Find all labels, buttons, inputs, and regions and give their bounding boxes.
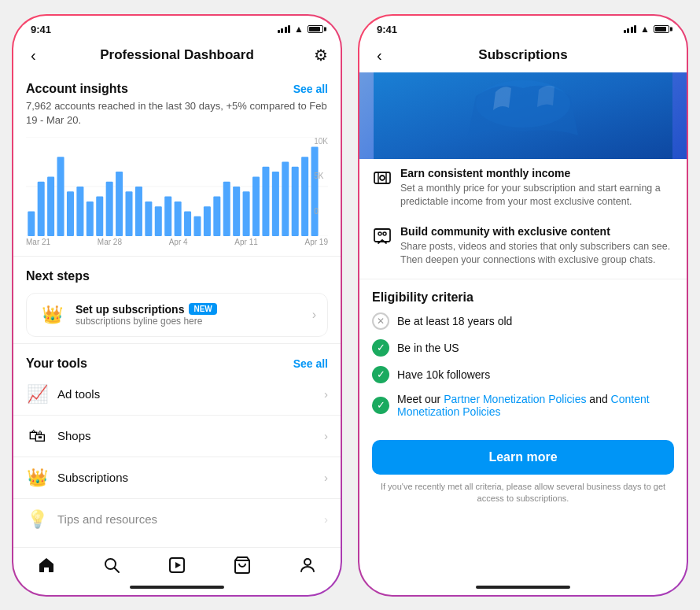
svg-rect-30	[292, 167, 299, 236]
chart-y-labels: 10K 5K 0	[314, 137, 328, 216]
svg-marker-36	[175, 562, 181, 568]
card-arrow-icon: ›	[312, 308, 316, 322]
tab-bar-left	[13, 547, 341, 579]
home-indicator-right	[359, 579, 687, 595]
criteria-us-text: Be in the US	[397, 342, 459, 354]
criteria-check-icon-policies: ✓	[372, 397, 389, 414]
next-steps-title: Next steps	[26, 269, 90, 283]
tab-profile[interactable]	[298, 556, 317, 575]
criteria-policies-text: Meet our Partner Monetization Policies a…	[397, 393, 674, 418]
eligibility-section: Eligibility criteria ✕ Be at least 18 ye…	[359, 283, 687, 431]
crown-icon: 👑	[38, 305, 66, 325]
svg-rect-11	[106, 182, 113, 236]
learn-more-section: Learn more If you've recently met all cr…	[359, 431, 687, 510]
svg-rect-25	[243, 191, 250, 236]
insights-subtext: 7,962 accounts reached in the last 30 da…	[13, 99, 341, 134]
criteria-followers: ✓ Have 10k followers	[372, 366, 674, 383]
community-icon	[372, 227, 392, 250]
svg-rect-19	[184, 211, 191, 236]
subscriptions-icon: 👑	[26, 468, 48, 488]
shops-label: Shops	[57, 429, 315, 442]
tab-search[interactable]	[102, 556, 121, 575]
shops-arrow: ›	[324, 429, 328, 442]
next-steps-header: Next steps	[13, 260, 341, 287]
svg-rect-16	[155, 206, 162, 236]
income-text: Earn consistent monthly income Set a mon…	[400, 167, 674, 209]
criteria-followers-text: Have 10k followers	[397, 368, 490, 381]
svg-rect-40	[374, 172, 390, 183]
tips-label: Tips and resources	[57, 512, 315, 526]
tool-item-subscriptions[interactable]: 👑 Subscriptions ›	[13, 457, 341, 499]
feature-income: Earn consistent monthly income Set a mon…	[359, 159, 687, 217]
shops-icon: 🛍	[26, 426, 48, 446]
page-title-right: Subscriptions	[478, 47, 567, 63]
back-button-left[interactable]: ‹	[26, 45, 41, 66]
criteria-us: ✓ Be in the US	[372, 339, 674, 357]
svg-rect-22	[213, 196, 220, 235]
right-scroll: Earn consistent monthly income Set a mon…	[359, 72, 687, 579]
svg-rect-8	[76, 187, 83, 236]
tool-item-adtools[interactable]: 📈 Ad tools ›	[13, 374, 341, 416]
time-left: 9:41	[31, 24, 51, 35]
learn-more-note: If you've recently met all criteria, ple…	[372, 481, 674, 505]
svg-rect-18	[175, 201, 182, 236]
criteria-x-icon: ✕	[372, 312, 389, 330]
back-button-right[interactable]: ‹	[372, 45, 387, 66]
svg-rect-27	[262, 167, 269, 236]
svg-rect-7	[67, 191, 74, 236]
right-phone: 9:41 ▲ ‹ Subscriptions	[358, 14, 688, 597]
wifi-icon: ▲	[294, 24, 304, 35]
eligibility-title: Eligibility criteria	[372, 290, 674, 305]
svg-rect-10	[96, 196, 103, 235]
subscription-banner-image	[359, 72, 687, 159]
tools-header: Your tools See all	[13, 347, 341, 374]
partner-policy-link[interactable]: Partner Monetization Policies	[444, 393, 586, 405]
card-text-block: Set up subscriptions NEW subscriptions b…	[76, 303, 303, 327]
subscriptions-arrow: ›	[324, 471, 328, 484]
subscriptions-label: Subscriptions	[57, 471, 315, 484]
criteria-policies: ✓ Meet our Partner Monetization Policies…	[372, 393, 674, 418]
status-bar-right: 9:41 ▲	[359, 16, 687, 39]
svg-point-37	[304, 559, 311, 565]
svg-rect-21	[204, 206, 211, 236]
svg-rect-13	[125, 191, 132, 236]
criteria-age: ✕ Be at least 18 years old	[372, 312, 674, 330]
signal-icon-right	[624, 25, 637, 33]
status-bar-left: 9:41 ▲	[13, 16, 341, 39]
battery-icon-right	[654, 25, 669, 33]
svg-rect-5	[47, 176, 54, 236]
left-phone: 9:41 ▲ ‹ Professional Dashboard ⚙	[12, 14, 342, 597]
svg-rect-23	[223, 182, 230, 236]
tab-home[interactable]	[37, 556, 56, 575]
left-scroll: Account insights See all 7,962 accounts …	[13, 72, 341, 547]
tool-item-tips[interactable]: 💡 Tips and resources ›	[13, 499, 341, 540]
chart-container: 10K 5K 0	[13, 134, 341, 236]
insights-title: Account insights	[26, 82, 128, 96]
adtools-arrow: ›	[324, 387, 328, 401]
learn-more-button[interactable]: Learn more	[372, 440, 674, 475]
settings-icon[interactable]: ⚙	[314, 46, 328, 65]
adtools-label: Ad tools	[57, 387, 315, 401]
tab-reels[interactable]	[168, 556, 186, 575]
tab-shop[interactable]	[233, 556, 252, 575]
svg-rect-31	[301, 157, 308, 236]
svg-rect-17	[164, 196, 171, 235]
svg-point-41	[380, 176, 385, 180]
tool-item-shops[interactable]: 🛍 Shops ›	[13, 416, 341, 457]
tools-see-all[interactable]: See all	[293, 357, 328, 370]
community-title: Build community with exclusive content	[400, 225, 674, 238]
wifi-icon-right: ▲	[640, 24, 650, 35]
insights-see-all[interactable]: See all	[293, 83, 328, 95]
svg-rect-12	[116, 172, 123, 236]
community-text: Build community with exclusive content S…	[400, 225, 674, 268]
svg-rect-24	[233, 187, 240, 236]
income-icon	[372, 168, 392, 191]
criteria-check-icon-followers: ✓	[372, 366, 389, 383]
svg-rect-29	[282, 161, 289, 236]
home-indicator-left	[13, 579, 341, 595]
subscriptions-card[interactable]: 👑 Set up subscriptions NEW subscriptions…	[26, 293, 328, 337]
svg-rect-15	[145, 201, 152, 236]
svg-rect-14	[135, 187, 142, 236]
svg-rect-28	[272, 172, 279, 236]
income-desc: Set a monthly price for your subscriptio…	[400, 182, 674, 209]
